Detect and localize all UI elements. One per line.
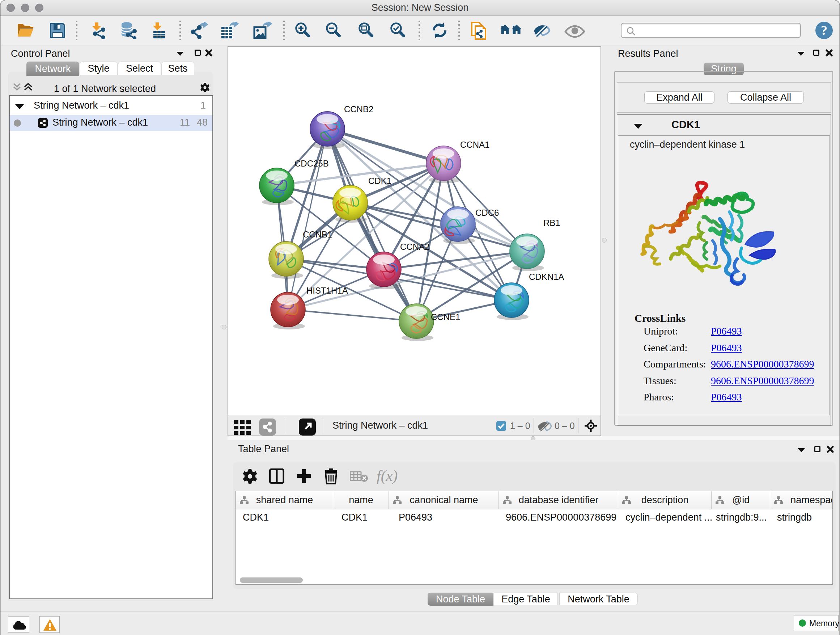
svg-text:RB1: RB1	[543, 218, 561, 228]
svg-text:CCNB2: CCNB2	[344, 104, 373, 114]
svg-text:CDC6: CDC6	[475, 208, 499, 218]
svg-text:HIST1H1A: HIST1H1A	[306, 286, 348, 295]
svg-text:CCNE1: CCNE1	[431, 312, 460, 322]
svg-text:CCNA2: CCNA2	[400, 242, 429, 252]
svg-text:CDKN1A: CDKN1A	[529, 272, 564, 282]
svg-text:?: ?	[821, 23, 827, 38]
svg-text:CDC25B: CDC25B	[294, 158, 329, 168]
svg-text:CCNB1: CCNB1	[303, 230, 332, 239]
svg-text:CDK1: CDK1	[368, 176, 392, 186]
svg-text:CCNA1: CCNA1	[460, 140, 489, 149]
